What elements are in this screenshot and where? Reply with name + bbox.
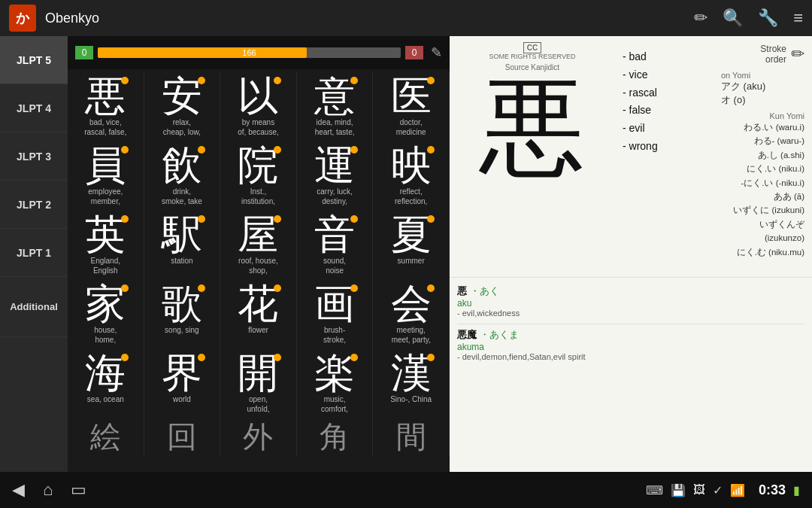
on-yomi-section: on Yomi アク (aku) オ (o) [721,71,804,107]
top-bar: か Obenkyo ✏ 🔍 🔧 ≡ [0,0,812,36]
vocab-word-aku: 悪 ・あく [457,284,804,298]
kanji-meaning: brush-stroke, [322,325,347,345]
kanji-cell-kan[interactable]: 漢 Sino-, China [373,349,450,418]
home-button[interactable]: ⌂ [43,480,53,500]
kanji-grid: 悪 bad, vice,rascal, false, 安 relax,cheap… [68,69,450,472]
meaning-rascal: - rascal [623,84,706,102]
edit-progress-icon[interactable]: ✎ [431,44,442,61]
on-yomi-label: on Yomi [721,71,804,80]
wifi-icon: 📶 [730,483,745,497]
kanji-cell-umi[interactable]: 海 sea, ocean [68,349,144,418]
back-button[interactable]: ◀ [12,480,25,500]
kanji-char: 角 [320,421,350,452]
kanji-meaning: Inst.,institution, [240,187,277,206]
time-display: 0:33 [759,482,786,498]
kanji-cell-in2[interactable]: 飲 drink,smoke, take [144,141,221,211]
divider [457,324,804,324]
kanji-cell-natsu[interactable]: 夏 summer [373,211,450,280]
kanji-char: 運 [314,144,355,185]
kanji-meaning: flower [247,325,270,335]
kanji-meaning: sea, ocean [86,394,126,404]
kanji-cell-i3[interactable]: 医 doctor,medicine [373,72,450,141]
kun-yomi-section: Kun Yomi わる.い (waru.i) わる- (waru-) あ.し (… [721,111,804,259]
vocab-meaning-aku: - evil,wickedness [457,309,804,318]
score-red: 0 [405,46,423,59]
kanji-char: 画 [314,283,355,324]
score-green: 0 [75,46,93,59]
kanji-meaning: carry, luck,destiny, [315,187,354,206]
sidebar-item-jlpt4[interactable]: JLPT 4 [0,84,68,132]
kanji-char: 楽 [314,352,355,393]
vocab-reading-akuma: akuma [457,342,804,352]
kanji-cell-soto[interactable]: 外 [220,418,297,456]
bottom-bar: ◀ ⌂ ▭ ⌨ 💾 🖼 ✓ 📶 0:33 ▮ [0,472,812,508]
kanji-char: 絵 [90,421,120,452]
kanji-cell-kai2[interactable]: 界 world [144,349,221,418]
sidebar-item-jlpt3[interactable]: JLPT 3 [0,132,68,181]
kanji-cell-i2[interactable]: 意 idea, mind,heart, taste, [297,72,374,141]
settings-icon[interactable]: 🔧 [758,8,778,28]
kanji-cell-eki[interactable]: 駅 station [144,211,221,280]
vocab-entry-aku: 悪 ・あく aku - evil,wickedness [457,284,804,318]
sidebar-item-jlpt2[interactable]: JLPT 2 [0,181,68,229]
sidebar-item-jlpt1[interactable]: JLPT 1 [0,229,68,277]
menu-icon[interactable]: ≡ [793,8,803,28]
search-icon[interactable]: 🔍 [723,8,743,28]
kanji-cell-e[interactable]: 絵 [68,418,144,456]
meaning-false: - false [623,102,706,120]
kanji-cell-raku[interactable]: 楽 music,comfort, [297,349,374,418]
kanji-char: 以 [238,75,278,116]
on-yomi-entry1: アク (aku) [721,80,804,93]
stroke-order-label: Strokeorder [760,44,786,65]
kanji-meaning: England,English [89,256,122,275]
kanji-meaning: Sino-, China [389,394,433,404]
kanji-char: 花 [238,283,278,324]
kanji-cell-ei[interactable]: 映 reflect,reflection, [373,141,450,211]
kanji-cell-kai3[interactable]: 開 open,unfold, [220,349,297,418]
kanji-cell-in3[interactable]: 院 Inst.,institution, [220,141,297,211]
kanji-cell-ma[interactable]: 間 [373,418,450,456]
top-icons: ✏ 🔍 🔧 ≡ [694,8,803,28]
sidebar: JLPT 5 JLPT 4 JLPT 3 JLPT 2 JLPT 1 Addit… [0,36,68,472]
detail-panel: CC SOME RIGHTS RESERVED Source Kanjidict… [450,36,812,472]
meaning-vice: - vice [623,66,706,84]
kanji-meaning: sound,noise [322,256,347,275]
kanji-cell-aku[interactable]: 悪 bad, vice,rascal, false, [68,72,144,141]
gallery-icon: 🖼 [693,483,705,497]
sidebar-item-jlpt5[interactable]: JLPT 5 [0,36,68,84]
kanji-cell-an[interactable]: 安 relax,cheap, low, [144,72,221,141]
sidebar-item-additional[interactable]: Additional [0,277,68,337]
app-title: Obenkyo [45,11,694,26]
kanji-cell-kaku[interactable]: 角 [297,418,374,456]
bottom-nav-icons: ◀ ⌂ ▭ [12,480,86,500]
kanji-cell-kai[interactable]: 会 meeting,meet, party, [373,280,450,349]
kanji-char: 医 [391,75,432,116]
kanji-cell-ga[interactable]: 画 brush-stroke, [297,280,374,349]
kanji-meaning: drink,smoke, take [160,187,204,206]
kanji-cell-i[interactable]: 以 by meansof, because, [220,72,297,141]
kanji-char: 間 [396,421,426,452]
kanji-char: 界 [162,352,202,393]
app-icon: か [9,5,36,32]
kanji-meaning: world [171,394,192,404]
kanji-big-area: CC SOME RIGHTS RESERVED Source Kanjidict… [450,36,615,277]
kanji-char: 英 [85,214,126,254]
kanji-cell-in[interactable]: 員 employee,member, [68,141,144,211]
kanji-row: 英 England,English 駅 station 屋 roof, hous… [68,211,450,280]
kanji-cell-hana[interactable]: 花 flower [220,280,297,349]
kanji-cell-uta[interactable]: 歌 song, sing [144,280,221,349]
pen-icon[interactable]: ✏ [694,8,707,28]
kanji-char: 飲 [162,144,202,185]
kanji-cell-kai4[interactable]: 回 [144,418,221,456]
kanji-cell-ie[interactable]: 家 house,home, [68,280,144,349]
kanji-cell-un[interactable]: 運 carry, luck,destiny, [297,141,374,211]
kanji-meaning: relax,cheap, low, [162,117,202,137]
kanji-cell-on[interactable]: 音 sound,noise [297,211,374,280]
kanji-char: 悪 [85,75,126,116]
recent-apps-button[interactable]: ▭ [71,480,86,500]
kanji-cell-ei2[interactable]: 英 England,English [68,211,144,280]
kanji-cell-ya[interactable]: 屋 roof, house,shop, [220,211,297,280]
battery-icon: ▮ [793,483,800,497]
kanji-char: 映 [391,144,432,185]
kanji-meaning: bad, vice,rascal, false, [83,117,128,137]
